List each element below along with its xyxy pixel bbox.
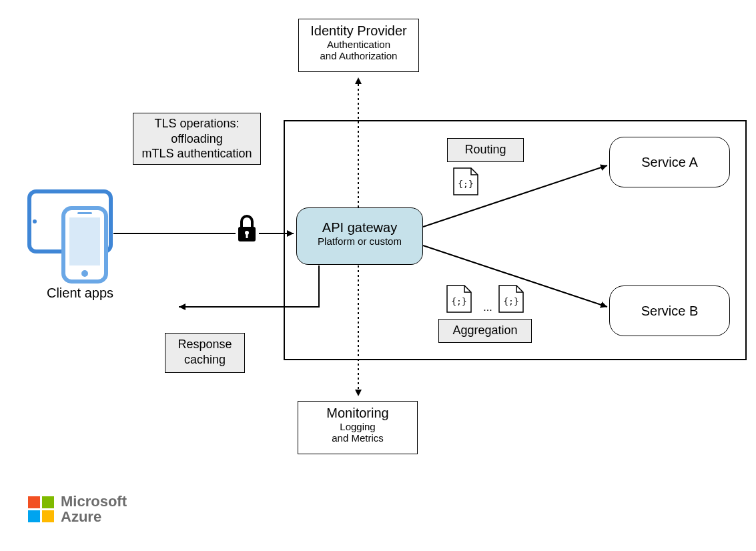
svg-rect-2 — [63, 208, 106, 282]
tls-line1: TLS operations: — [140, 116, 254, 131]
microsoft-azure-logo: Microsoft Azure — [28, 494, 127, 524]
response-line2: caching — [172, 352, 238, 368]
identity-provider-box: Identity Provider Authentication and Aut… — [298, 19, 419, 72]
svg-point-7 — [245, 231, 249, 235]
svg-rect-3 — [69, 217, 100, 265]
response-caching-box: Response caching — [165, 333, 245, 373]
monitoring-sub2: and Metrics — [298, 432, 417, 444]
tls-line2: offloading — [140, 131, 254, 147]
tls-line3: mTLS authentication — [140, 146, 254, 161]
svg-rect-5 — [77, 212, 92, 214]
routing-label: Routing — [464, 143, 506, 156]
service-a-label: Service A — [641, 155, 697, 170]
svg-rect-0 — [29, 191, 111, 251]
service-a-box: Service A — [609, 137, 730, 187]
brand-line2: Azure — [61, 509, 127, 524]
microsoft-logo-icon — [28, 496, 54, 522]
api-gateway-box: API gateway Platform or custom — [296, 207, 423, 265]
api-gateway-title: API gateway — [297, 220, 422, 235]
brand-line1: Microsoft — [61, 494, 127, 509]
lock-icon — [238, 216, 256, 241]
identity-provider-title: Identity Provider — [299, 23, 418, 39]
svg-point-4 — [81, 270, 88, 277]
tablet-icon — [29, 191, 111, 251]
svg-point-1 — [33, 219, 37, 223]
service-b-box: Service B — [609, 286, 730, 336]
identity-provider-sub2: and Authorization — [299, 50, 418, 61]
monitoring-title: Monitoring — [298, 406, 417, 421]
tls-operations-box: TLS operations: offloading mTLS authenti… — [133, 113, 261, 165]
routing-box: Routing — [447, 138, 524, 162]
identity-provider-sub1: Authentication — [299, 39, 418, 50]
service-b-label: Service B — [641, 304, 699, 319]
response-line1: Response — [172, 337, 238, 352]
api-gateway-sub: Platform or custom — [297, 235, 422, 247]
monitoring-sub1: Logging — [298, 421, 417, 432]
aggregation-ellipsis: ... — [478, 302, 498, 314]
aggregation-box: Aggregation — [438, 319, 532, 343]
phone-icon — [63, 208, 106, 282]
diagram-canvas: Identity Provider Authentication and Aut… — [0, 0, 756, 551]
svg-rect-6 — [238, 227, 256, 241]
svg-rect-8 — [246, 233, 248, 238]
monitoring-box: Monitoring Logging and Metrics — [298, 401, 418, 454]
client-apps-label: Client apps — [40, 286, 120, 301]
aggregation-label: Aggregation — [452, 324, 517, 337]
